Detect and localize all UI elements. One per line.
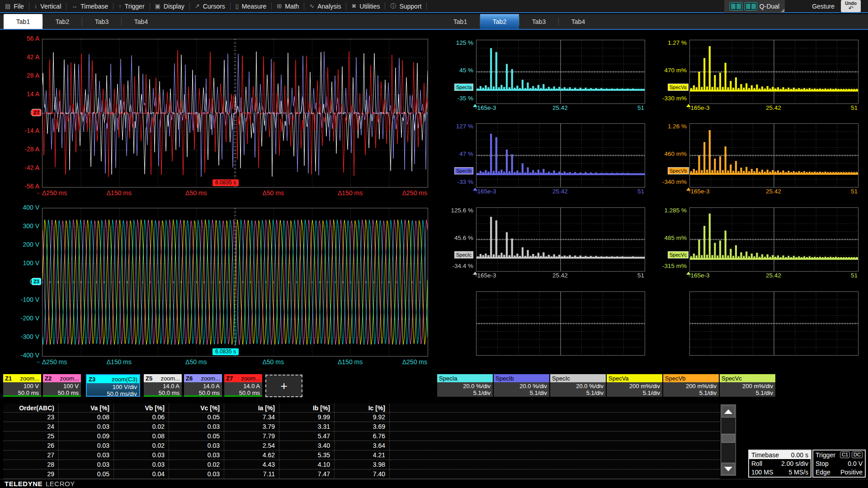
trace-descriptor-z7[interactable]: Z7zoom...14.0 A50.0 ms xyxy=(224,374,262,397)
analysis-icon: ∿ xyxy=(309,3,314,9)
info-row-label: Edge xyxy=(816,469,830,476)
spectrum-plot-specvb[interactable] xyxy=(689,123,859,188)
spec-badge-specic[interactable]: SpecIc xyxy=(454,251,473,258)
spec-badge-specia[interactable]: SpecIa xyxy=(454,84,473,91)
trace-descriptor-specia[interactable]: SpecIa20.0 %/div5.1/div xyxy=(437,374,493,397)
menu-item-file[interactable]: ▤File xyxy=(0,0,29,13)
menu-item-trigger[interactable]: ↑Trigger xyxy=(113,0,149,13)
timebase-summary-box[interactable]: Timebase0.00 sRoll2.00 s/div100 MS5 MS/s xyxy=(748,450,811,478)
horizontal-scale: 5.1/div xyxy=(607,389,660,396)
vertical-scale: 100 V/div xyxy=(87,384,137,390)
trace-descriptor-specvb[interactable]: SpecVb200 m%/div5.1/div xyxy=(663,374,719,397)
y-axis-label: -42 A xyxy=(0,164,39,171)
menu-item-analysis[interactable]: ∿Analysis xyxy=(304,0,346,13)
zoom-voltage-plot[interactable] xyxy=(42,208,428,357)
trace-descriptor-specvc[interactable]: SpecVc200 m%/div5.1/div xyxy=(720,374,775,397)
table-row-filler xyxy=(390,432,720,441)
descriptor-id: Z1 xyxy=(5,375,12,382)
info-header-row: TriggerC1DC xyxy=(813,450,865,459)
trigger-summary-box[interactable]: TriggerC1DCStop0.0 VEdgePositive xyxy=(812,450,866,478)
table-row-filler xyxy=(390,413,720,422)
menu-item-label: Math xyxy=(285,3,299,10)
trace-descriptor-specva[interactable]: SpecVa200 m%/div5.1/div xyxy=(607,374,662,397)
tab-right-tab1[interactable]: Tab1 xyxy=(441,14,480,29)
y-axis-label: 300 V xyxy=(0,222,39,230)
spec-badge-specva[interactable]: SpecVa xyxy=(668,84,689,91)
menu-item-utilities[interactable]: ✖Utilities xyxy=(346,0,385,13)
brand-teledyne: TELEDYNE xyxy=(5,480,42,488)
add-trace-button[interactable]: + xyxy=(265,375,302,397)
descriptor-id: Z2 xyxy=(45,375,52,382)
down-arrow-icon xyxy=(724,467,732,471)
zoom-current-plot[interactable] xyxy=(42,39,428,188)
scroll-up-button[interactable] xyxy=(722,405,735,418)
trace-descriptor-z6[interactable]: Z6zoom...14.0 A50.0 ms xyxy=(184,374,222,397)
menu-item-vertical[interactable]: ↕Vertical xyxy=(29,0,66,13)
spec-badge-specib[interactable]: SpecIb xyxy=(454,167,473,174)
gesture-label: Gesture xyxy=(812,3,835,10)
menu-item-display[interactable]: ▣Display xyxy=(150,0,189,13)
spec-badge-specvb[interactable]: SpecVb xyxy=(668,167,689,174)
trace-descriptor-z2[interactable]: Z2zoom...100 V50.0 ms xyxy=(43,374,81,397)
harmonics-table: Order(ABC)Va [%]Vb [%]Vc [%]Ia [%]Ib [%]… xyxy=(4,404,720,479)
spec-x-axis-label: 51 xyxy=(833,272,858,279)
trace-descriptor-specib[interactable]: SpecIb20.0 %/div5.1/div xyxy=(494,374,549,397)
menu-item-math[interactable]: ⊞Math xyxy=(272,0,304,13)
menu-item-measure[interactable]: ▯Measure xyxy=(231,0,272,13)
trace-descriptor-z3[interactable]: Z3zoom(C3)100 V/div50.0 ms/div xyxy=(86,374,140,397)
descriptor-header: SpecVa xyxy=(607,374,662,382)
descriptor-scales: 200 m%/div5.1/div xyxy=(720,382,775,396)
descriptor-scales: 200 m%/div5.1/div xyxy=(607,382,662,396)
tab-right-tab4[interactable]: Tab4 xyxy=(559,14,598,29)
table-cell: 0.04 xyxy=(114,469,169,479)
spectrum-plot-specib[interactable] xyxy=(476,123,645,188)
spectrum-plot-specvc[interactable] xyxy=(689,207,859,272)
spectrum-plot-empty-1[interactable] xyxy=(476,291,645,356)
x-axis-label: Δ250 ms xyxy=(42,358,67,366)
qdual-display-mode[interactable]: Q-Dual xyxy=(724,0,785,13)
table-cell: 4.10 xyxy=(279,460,335,469)
spec-x-axis-label: -165e-3 xyxy=(689,104,710,111)
horizontal-scale: 50.0 ms/div xyxy=(87,390,137,397)
descriptor-header: Z6zoom... xyxy=(184,374,222,382)
tab-right-tab3[interactable]: Tab3 xyxy=(519,14,558,29)
spec-y-axis-label: 1.26 % xyxy=(648,123,687,130)
table-scrollbar[interactable] xyxy=(721,404,736,476)
spectrum-plot-empty-2[interactable] xyxy=(689,291,859,356)
scrollbar-thumb[interactable] xyxy=(722,434,735,443)
menu-item-timebase[interactable]: ↔Timebase xyxy=(66,0,113,13)
spec-x-axis-label: 25.42 xyxy=(542,104,578,111)
x-axis-label: Δ150 ms xyxy=(92,189,146,197)
info-badge-c1: C1 xyxy=(840,451,850,458)
trace-descriptor-z5[interactable]: Z5zoom...14.0 A50.0 ms xyxy=(144,374,182,397)
menu-item-cursors[interactable]: ↗Cursors xyxy=(190,0,230,13)
zoom-badge-z7[interactable]: Z7 xyxy=(32,109,41,116)
table-cell: 4.62 xyxy=(224,450,279,460)
spec-badge-specvc[interactable]: SpecVc xyxy=(668,251,689,258)
info-badges: C1DC xyxy=(838,451,863,458)
info-row-value: Positive xyxy=(840,469,863,476)
zoom-badge-z3[interactable]: Z3 xyxy=(32,278,41,285)
info-row: Stop0.0 V xyxy=(813,459,865,468)
tab-right-tab2[interactable]: Tab2 xyxy=(480,14,519,29)
tab-left-tab1[interactable]: Tab1 xyxy=(4,14,42,29)
undo-button[interactable]: Undo ↶ xyxy=(841,0,861,12)
y-axis-label: -200 V xyxy=(0,314,39,322)
descriptor-scales: 20.0 %/div5.1/div xyxy=(494,382,549,396)
y-axis-label: 28 A xyxy=(0,72,39,79)
spectrum-plot-specia[interactable] xyxy=(476,40,645,104)
trace-descriptor-specic[interactable]: SpecIc20.0 %/div5.1/div xyxy=(550,374,606,397)
table-cell: 0.03 xyxy=(59,441,114,450)
tab-left-tab2[interactable]: Tab2 xyxy=(43,14,82,29)
tab-left-tab4[interactable]: Tab4 xyxy=(122,14,160,29)
spectrum-plot-specic[interactable] xyxy=(476,207,645,272)
spectrum-plot-specva[interactable] xyxy=(689,40,859,104)
scroll-down-button[interactable] xyxy=(722,463,735,475)
descriptor-function: zoom... xyxy=(60,375,79,382)
trace-descriptor-z1[interactable]: Z1zoom...100 V50.0 ms xyxy=(3,374,41,397)
measure-icon: ▯ xyxy=(236,3,239,9)
y-axis-label: 56 A xyxy=(0,35,39,42)
x-axis-label: Δ150 ms xyxy=(323,189,377,197)
menu-item-support[interactable]: ⓘSupport xyxy=(385,0,426,13)
tab-left-tab3[interactable]: Tab3 xyxy=(82,14,121,29)
